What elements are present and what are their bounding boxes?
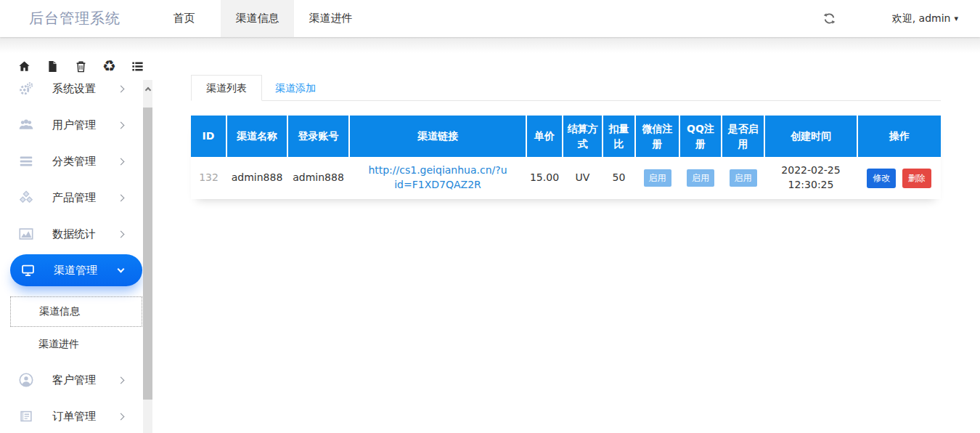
sidebar-subitem-channel-info[interactable]: 渠道信息 bbox=[10, 296, 142, 327]
col-header-id: ID bbox=[191, 116, 226, 157]
cell-settlement: UV bbox=[563, 157, 603, 199]
sidebar-item-label: 用户管理 bbox=[52, 118, 96, 132]
sidebar-item-label: 渠道管理 bbox=[54, 264, 97, 278]
col-header-qq-register: QQ注册 bbox=[679, 116, 722, 157]
cell-enabled: 启用 bbox=[722, 157, 764, 199]
sidebar-scrollbar[interactable] bbox=[143, 80, 152, 433]
newspaper-icon bbox=[18, 408, 34, 424]
bars-icon bbox=[18, 153, 34, 169]
app-logo: 后台管理系统 bbox=[0, 0, 147, 37]
monitor-icon bbox=[20, 262, 36, 278]
sidebar-item-category-management[interactable]: 分类管理 bbox=[0, 143, 152, 179]
sidebar-subitem-channel-intake[interactable]: 渠道进件 bbox=[0, 327, 152, 362]
sidebar-item-label: 订单管理 bbox=[52, 410, 96, 424]
top-nav: 首页 渠道信息 渠道进件 bbox=[147, 0, 367, 37]
cell-unit-price: 15.00 bbox=[526, 157, 563, 199]
sidebar-item-data-statistics[interactable]: 数据统计 bbox=[0, 216, 152, 252]
col-header-wechat-register: 微信注册 bbox=[635, 116, 679, 157]
scroll-up-button[interactable] bbox=[143, 80, 152, 98]
sidebar-item-user-management[interactable]: 用户管理 bbox=[0, 107, 152, 143]
sidebar-subitem-label: 渠道进件 bbox=[38, 338, 79, 351]
table-header-row: ID 渠道名称 登录账号 渠道链接 单价 结算方式 扣量比 微信注册 QQ注册 … bbox=[191, 116, 941, 157]
cell-login-account: admin888 bbox=[287, 157, 349, 199]
col-header-login-account: 登录账号 bbox=[287, 116, 349, 157]
chevron-right-icon bbox=[118, 376, 125, 384]
sidebar-item-label: 系统设置 bbox=[52, 82, 96, 96]
sidebar-item-customer-management[interactable]: 客户管理 bbox=[0, 362, 152, 398]
cell-channel-link: http://cs1.geiqianhua.cn/?uid=F1XD7QAZ2R bbox=[349, 157, 526, 199]
main-content: 渠道列表 渠道添加 ID 渠道名称 登录账号 渠道链接 单价 结算 bbox=[152, 37, 980, 433]
chart-icon bbox=[18, 226, 34, 242]
chevron-right-icon bbox=[118, 85, 125, 92]
chevron-up-icon bbox=[144, 87, 150, 93]
edit-button[interactable]: 修改 bbox=[867, 169, 896, 188]
channel-link[interactable]: http://cs1.geiqianhua.cn/?uid=F1XD7QAZ2R bbox=[368, 163, 507, 192]
welcome-text: 欢迎, admin bbox=[892, 12, 951, 25]
col-header-created-at: 创建时间 bbox=[764, 116, 857, 157]
content-tabs: 渠道列表 渠道添加 bbox=[191, 75, 941, 101]
topnav-channel-intake[interactable]: 渠道进件 bbox=[294, 0, 367, 37]
scrollbar-thumb[interactable] bbox=[143, 108, 152, 400]
cell-qq-register: 启用 bbox=[679, 157, 722, 199]
delete-button[interactable]: 删除 bbox=[902, 169, 931, 188]
sidebar-item-product-management[interactable]: 产品管理 bbox=[0, 179, 152, 216]
col-header-actions: 操作 bbox=[857, 116, 941, 157]
sidebar-item-label: 分类管理 bbox=[52, 155, 96, 169]
recycle-icon[interactable]: ♻ bbox=[102, 60, 116, 73]
chevron-down-icon: ▾ bbox=[954, 14, 958, 23]
sidebar-item-order-management[interactable]: 订单管理 bbox=[0, 398, 152, 433]
col-header-settlement: 结算方式 bbox=[563, 116, 603, 157]
status-badge-wechat[interactable]: 启用 bbox=[644, 169, 671, 187]
sidebar: ♻ 系统设置 bbox=[0, 37, 152, 433]
refresh-icon[interactable] bbox=[823, 12, 836, 25]
chevron-right-icon bbox=[118, 121, 125, 129]
col-header-enabled: 是否启用 bbox=[722, 116, 764, 157]
cell-deduction: 50 bbox=[603, 157, 635, 199]
status-badge-enabled[interactable]: 启用 bbox=[730, 169, 757, 187]
sidebar-toolbar: ♻ bbox=[0, 37, 152, 73]
sidebar-item-system-settings[interactable]: 系统设置 bbox=[0, 70, 152, 107]
file-icon[interactable] bbox=[46, 60, 60, 73]
chevron-right-icon bbox=[118, 413, 125, 420]
chevron-right-icon bbox=[118, 194, 125, 201]
sidebar-item-channel-management[interactable]: 渠道管理 bbox=[10, 254, 142, 286]
cell-id: 132 bbox=[191, 157, 226, 199]
chevron-down-icon bbox=[118, 266, 125, 273]
tab-channel-list[interactable]: 渠道列表 bbox=[191, 75, 262, 101]
cell-created-at: 2022-02-25 12:30:25 bbox=[764, 157, 857, 199]
person-circle-icon bbox=[18, 372, 34, 388]
trash-icon[interactable] bbox=[74, 60, 88, 73]
col-header-channel-link: 渠道链接 bbox=[349, 116, 526, 157]
topnav-home[interactable]: 首页 bbox=[147, 0, 221, 37]
cubes-icon bbox=[18, 190, 34, 206]
cell-wechat-register: 启用 bbox=[635, 157, 679, 199]
col-header-deduction: 扣量比 bbox=[603, 116, 635, 157]
col-header-channel-name: 渠道名称 bbox=[226, 116, 287, 157]
sidebar-item-label: 数据统计 bbox=[52, 227, 96, 241]
cell-channel-name: admin888 bbox=[226, 157, 287, 199]
channel-table: ID 渠道名称 登录账号 渠道链接 单价 结算方式 扣量比 微信注册 QQ注册 … bbox=[191, 116, 941, 199]
list-icon[interactable] bbox=[131, 60, 144, 73]
cell-actions: 修改 删除 bbox=[857, 157, 941, 199]
tab-channel-add[interactable]: 渠道添加 bbox=[275, 76, 316, 100]
col-header-unit-price: 单价 bbox=[526, 116, 563, 157]
table-row: 132 admin888 admin888 http://cs1.geiqian… bbox=[191, 157, 941, 199]
users-icon bbox=[18, 117, 34, 133]
sidebar-subitem-label: 渠道信息 bbox=[39, 305, 80, 318]
sidebar-item-label: 客户管理 bbox=[52, 373, 96, 387]
chevron-right-icon bbox=[118, 230, 125, 238]
header-right: 欢迎, admin ▾ bbox=[823, 0, 980, 37]
gears-icon bbox=[18, 81, 34, 97]
user-menu[interactable]: 欢迎, admin ▾ bbox=[892, 12, 980, 25]
topnav-channel-info[interactable]: 渠道信息 bbox=[221, 0, 294, 37]
home-icon[interactable] bbox=[17, 60, 31, 73]
top-header: 后台管理系统 首页 渠道信息 渠道进件 欢迎, admin ▾ bbox=[0, 0, 980, 37]
sidebar-item-label: 产品管理 bbox=[52, 191, 96, 205]
chevron-right-icon bbox=[118, 158, 125, 165]
sidebar-menu: 系统设置 用户管理 bbox=[0, 70, 152, 433]
status-badge-qq[interactable]: 启用 bbox=[687, 169, 714, 187]
